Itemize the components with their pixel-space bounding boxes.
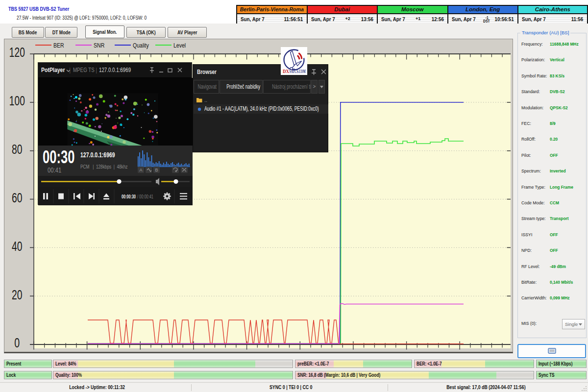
svg-text:80: 80 <box>12 142 23 157</box>
svg-text:20: 20 <box>12 287 23 302</box>
svg-text:60: 60 <box>12 190 23 205</box>
svg-text:120: 120 <box>9 45 25 60</box>
svg-text:00:00:30: 00:00:30 <box>122 194 136 199</box>
svg-text:/ 00:00:41: / 00:00:41 <box>137 194 153 199</box>
svg-text:B: B <box>155 168 158 172</box>
svg-text:DX: DX <box>283 69 289 74</box>
svg-text:100: 100 <box>9 93 25 108</box>
svg-text:A: A <box>140 168 143 172</box>
svg-text:0: 0 <box>14 335 20 350</box>
svg-text:SATCS.COM: SATCS.COM <box>290 69 306 74</box>
svg-text:40: 40 <box>12 239 23 254</box>
